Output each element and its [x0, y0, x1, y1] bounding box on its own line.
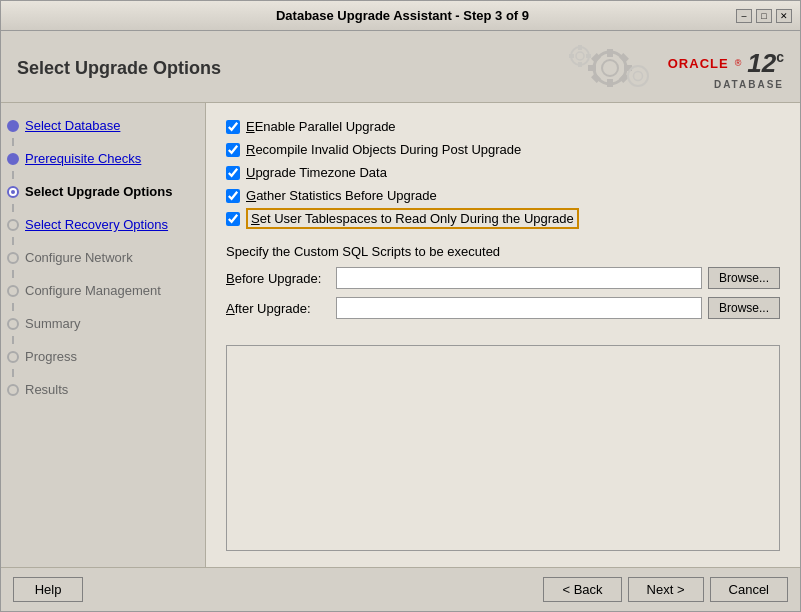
upgrade-timezone-label[interactable]: Upgrade Timezone Data	[246, 165, 387, 180]
svg-rect-4	[588, 65, 596, 71]
sidebar-label-network: Configure Network	[25, 250, 133, 265]
checkbox-row-recompile: Recompile Invalid Objects During Post Up…	[226, 142, 780, 157]
svg-rect-2	[607, 49, 613, 57]
checkbox-row-enable-parallel: EEnable Parallel Upgrade	[226, 119, 780, 134]
svg-rect-13	[578, 62, 582, 67]
next-button[interactable]: Next >	[628, 577, 704, 602]
sidebar-item-configure-network: Configure Network	[1, 245, 205, 270]
bottom-text-area	[226, 345, 780, 551]
sidebar-label-management: Configure Management	[25, 283, 161, 298]
sidebar-label-results: Results	[25, 382, 68, 397]
enable-parallel-label[interactable]: EEnable Parallel Upgrade	[246, 119, 396, 134]
highlighted-label: Set User Tablespaces to Read Only During…	[246, 208, 579, 229]
sidebar-item-select-upgrade[interactable]: Select Upgrade Options	[1, 179, 205, 204]
step-dot-summary	[7, 318, 19, 330]
sidebar-item-configure-management: Configure Management	[1, 278, 205, 303]
connector-1	[12, 138, 14, 146]
step-dot-prerequisite	[7, 153, 19, 165]
after-upgrade-input[interactable]	[336, 297, 702, 319]
step-dot-select-database	[7, 120, 19, 132]
header-area: Select Upgrade Options	[1, 31, 800, 103]
after-upgrade-row: After Upgrade: Browse...	[226, 297, 780, 319]
gear-decoration-icon	[560, 41, 660, 96]
footer: Help < Back Next > Cancel	[1, 567, 800, 611]
before-upgrade-row: Before Upgrade: Browse...	[226, 267, 780, 289]
after-upgrade-label: After Upgrade:	[226, 301, 336, 316]
sidebar-item-progress: Progress	[1, 344, 205, 369]
sidebar-item-prerequisite-checks[interactable]: Prerequisite Checks	[1, 146, 205, 171]
page-title: Select Upgrade Options	[17, 58, 221, 79]
svg-rect-12	[578, 45, 582, 50]
sidebar: Select Database Prerequisite Checks Sele…	[1, 103, 206, 567]
oracle-brand-text: ORACLE	[668, 56, 729, 71]
close-button[interactable]: ✕	[776, 9, 792, 23]
sidebar-item-recovery[interactable]: Select Recovery Options	[1, 212, 205, 237]
step-dot-upgrade	[7, 186, 19, 198]
sidebar-item-results: Results	[1, 377, 205, 402]
oracle-trademark: ®	[735, 58, 742, 68]
sidebar-label-select-database[interactable]: Select Database	[25, 118, 120, 133]
step-dot-management	[7, 285, 19, 297]
svg-rect-15	[586, 54, 591, 58]
svg-point-11	[576, 52, 584, 60]
sidebar-label-prerequisite[interactable]: Prerequisite Checks	[25, 151, 141, 166]
gather-stats-label[interactable]: Gather Statistics Before Upgrade	[246, 188, 437, 203]
step-dot-progress	[7, 351, 19, 363]
oracle-logo: ORACLE ® 12c DATABASE	[668, 48, 784, 90]
connector-5	[12, 270, 14, 278]
custom-sql-title: Specify the Custom SQL Scripts to be exe…	[226, 244, 780, 259]
before-upgrade-label: Before Upgrade:	[226, 271, 336, 286]
window-title: Database Upgrade Assistant - Step 3 of 9	[69, 8, 736, 23]
sidebar-label-recovery[interactable]: Select Recovery Options	[25, 217, 168, 232]
logo-area: ORACLE ® 12c DATABASE	[560, 41, 784, 96]
connector-3	[12, 204, 14, 212]
sidebar-label-progress: Progress	[25, 349, 77, 364]
sidebar-label-summary: Summary	[25, 316, 81, 331]
step-dot-results	[7, 384, 19, 396]
set-tablespaces-label[interactable]: Set User Tablespaces to Read Only During…	[246, 211, 579, 226]
svg-rect-3	[607, 79, 613, 87]
help-button[interactable]: Help	[13, 577, 83, 602]
back-button[interactable]: < Back	[543, 577, 621, 602]
connector-2	[12, 171, 14, 179]
oracle-database-label: DATABASE	[714, 79, 784, 90]
custom-sql-section: Specify the Custom SQL Scripts to be exe…	[226, 244, 780, 327]
sidebar-item-select-database[interactable]: Select Database	[1, 113, 205, 138]
main-content: Select Upgrade Options	[1, 31, 800, 611]
enable-parallel-checkbox[interactable]	[226, 120, 240, 134]
content-panel: EEnable Parallel Upgrade Recompile Inval…	[206, 103, 800, 567]
svg-rect-14	[569, 54, 574, 58]
step-dot-network	[7, 252, 19, 264]
after-browse-button[interactable]: Browse...	[708, 297, 780, 319]
connector-8	[12, 369, 14, 377]
set-tablespaces-checkbox[interactable]	[226, 212, 240, 226]
svg-point-17	[633, 72, 642, 81]
before-browse-button[interactable]: Browse...	[708, 267, 780, 289]
checkbox-row-timezone: Upgrade Timezone Data	[226, 165, 780, 180]
step-dot-recovery	[7, 219, 19, 231]
minimize-button[interactable]: –	[736, 9, 752, 23]
connector-4	[12, 237, 14, 245]
sidebar-item-summary: Summary	[1, 311, 205, 336]
svg-point-1	[602, 60, 618, 76]
window-controls: – □ ✕	[736, 9, 792, 23]
footer-left: Help	[13, 577, 83, 602]
recompile-invalid-checkbox[interactable]	[226, 143, 240, 157]
cancel-button[interactable]: Cancel	[710, 577, 788, 602]
footer-right: < Back Next > Cancel	[543, 577, 788, 602]
sidebar-label-upgrade: Select Upgrade Options	[25, 184, 172, 199]
upgrade-timezone-checkbox[interactable]	[226, 166, 240, 180]
main-window: Database Upgrade Assistant - Step 3 of 9…	[0, 0, 801, 612]
body-area: Select Database Prerequisite Checks Sele…	[1, 103, 800, 567]
checkbox-row-set-tablespaces: Set User Tablespaces to Read Only During…	[226, 211, 780, 226]
connector-6	[12, 303, 14, 311]
title-bar: Database Upgrade Assistant - Step 3 of 9…	[1, 1, 800, 31]
recompile-invalid-label[interactable]: Recompile Invalid Objects During Post Up…	[246, 142, 521, 157]
oracle-version: 12c	[747, 48, 784, 79]
restore-button[interactable]: □	[756, 9, 772, 23]
checkbox-row-gather-stats: Gather Statistics Before Upgrade	[226, 188, 780, 203]
connector-7	[12, 336, 14, 344]
before-upgrade-input[interactable]	[336, 267, 702, 289]
gather-stats-checkbox[interactable]	[226, 189, 240, 203]
svg-point-16	[628, 66, 648, 86]
